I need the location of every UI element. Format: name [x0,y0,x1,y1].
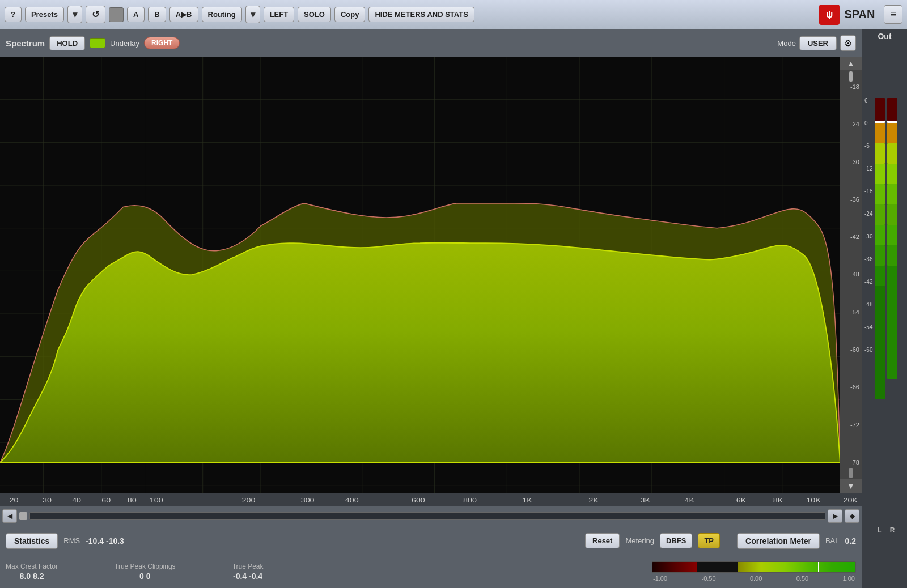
color-swatch [109,7,124,22]
tp-button[interactable]: TP [698,533,720,548]
db-scale: ▲ -18 -24 -30 -36 -42 -48 -54 -60 -66 -7… [840,57,862,493]
corr-red-zone [652,562,697,572]
corr-indicator [818,562,819,572]
db-scroll-up[interactable]: ▲ [840,57,862,70]
svg-rect-59 [875,204,885,225]
svg-text:200: 200 [242,497,256,504]
corr-scale-05: 0.50 [796,575,808,582]
true-peak-clip-left: 0 [139,572,144,581]
svg-text:60: 60 [101,497,111,504]
reset-button[interactable]: Reset [585,533,620,548]
svg-text:-30: -30 [864,233,873,240]
db-tick-54: -54 [840,309,859,316]
svg-rect-57 [875,164,885,184]
svg-rect-69 [887,184,897,204]
db-tick-30: -30 [840,159,859,165]
svg-text:-54: -54 [864,324,873,330]
presets-button[interactable]: Presets [25,7,64,22]
max-crest-right: 8.2 [33,572,44,581]
db-tick-48: -48 [840,271,859,278]
svg-text:800: 800 [463,497,477,504]
svg-text:R: R [890,526,895,534]
mode-section: Mode USER ⚙ [777,35,856,51]
svg-text:-36: -36 [864,256,873,262]
svg-text:0: 0 [864,120,868,126]
zoom-fit-button[interactable]: ◆ [845,509,859,523]
menu-button[interactable]: ≡ [884,5,902,24]
b-button[interactable]: B [148,7,166,22]
svg-text:400: 400 [345,497,359,504]
ab-button[interactable]: A▶B [169,7,198,22]
copy-button[interactable]: Copy [334,7,366,22]
scroll-right-button[interactable]: ▶ [828,509,842,523]
db-scroll-thumb [849,71,853,82]
bottom-stats: Statistics RMS -10.4 -10.3 Reset Meterin… [0,526,862,588]
db-scroll-down[interactable]: ▼ [840,479,862,493]
svg-rect-68 [887,164,897,184]
rms-label: RMS [63,536,80,545]
hide-meters-button[interactable]: HIDE METERS AND STATS [368,7,474,22]
corr-dark-zone [697,562,738,572]
svg-text:-24: -24 [864,211,873,217]
svg-text:40: 40 [72,497,81,504]
corr-scale-neg1: -1.00 [653,575,667,582]
svg-rect-63 [875,286,885,399]
true-peak-label: True Peak [232,563,264,570]
svg-text:-48: -48 [864,301,873,308]
a-button[interactable]: A [127,7,145,22]
svg-rect-67 [887,143,897,164]
routing-button[interactable]: Routing [202,7,242,22]
right-channel-button[interactable]: RIGHT [144,37,180,49]
spectrum-svg [0,57,840,493]
svg-rect-54 [875,121,885,123]
svg-text:100: 100 [150,497,163,504]
settings-button[interactable]: ⚙ [840,35,856,51]
hold-button[interactable]: HOLD [49,36,85,50]
reset-button[interactable]: ↺ [86,6,105,23]
db-tick-66: -66 [840,384,859,390]
corr-bar [652,561,856,573]
db-tick-72: -72 [840,422,859,428]
svg-text:2K: 2K [588,497,599,504]
green-indicator[interactable] [90,38,105,48]
svg-text:-60: -60 [864,347,873,353]
svg-text:1K: 1K [522,497,532,504]
corr-green-zone [738,562,855,572]
svg-text:10K: 10K [806,497,821,504]
db-tick-42: -42 [840,234,859,240]
left-button[interactable]: LEFT [264,7,295,22]
routing-dropdown-icon[interactable]: ▾ [245,6,260,23]
solo-button[interactable]: SOLO [298,7,331,22]
dropdown-arrow-icon[interactable]: ▾ [67,6,82,23]
corr-scale-0: 0.00 [750,575,762,582]
scroll-track[interactable] [29,512,825,520]
svg-text:6K: 6K [736,497,747,504]
db-tick-78: -78 [840,459,859,466]
max-crest-label: Max Crest Factor [6,563,58,570]
svg-rect-58 [875,184,885,204]
spectrum-display: ▲ -18 -24 -30 -36 -42 -48 -54 -60 -66 -7… [0,57,862,493]
vu-meter: 6 0 -6 -12 -18 -24 -30 -36 -42 -48 -54 -… [864,43,905,586]
help-button[interactable]: ? [5,7,22,22]
statistics-label: Statistics [6,533,58,549]
logo-area: ψ SPAN ≡ [819,5,902,25]
dbfs-button[interactable]: DBFS [660,533,692,548]
svg-rect-53 [875,98,885,121]
svg-text:30: 30 [43,497,52,504]
right-panel: Out 6 0 -6 -12 -18 -24 -30 -36 -42 -48 -… [862,29,907,588]
svg-text:4K: 4K [685,497,695,504]
true-peak-clip-right: 0 [146,572,151,581]
freq-scale: 20 30 40 60 80 100 200 300 400 600 800 1… [0,493,862,506]
stats-row2: Max Crest Factor 8.0 8.2 True Peak Clipp… [0,555,862,588]
svg-rect-66 [887,123,897,143]
db-track: -18 -24 -30 -36 -42 -48 -54 -60 -66 -72 … [840,83,862,467]
db-tick-60: -60 [840,347,859,353]
svg-rect-73 [887,266,897,379]
svg-rect-64 [887,98,897,121]
user-mode-button[interactable]: USER [799,36,837,50]
scroll-left-button[interactable]: ◀ [2,509,17,523]
bal-label: BAL [825,536,840,545]
left-panel: Spectrum HOLD Underlay RIGHT Mode USER ⚙ [0,29,862,588]
corr-scale-1: 1.00 [843,575,855,582]
correlation-label: Correlation Meter [737,533,820,549]
